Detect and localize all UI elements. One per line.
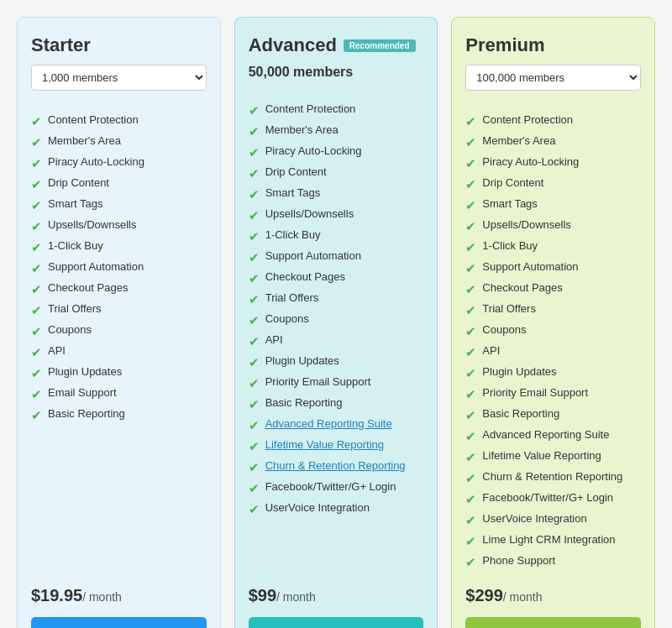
check-icon: ✔ [465,534,476,549]
feature-label: Content Protection [482,113,573,126]
list-item: ✔Basic Reporting [465,405,641,426]
check-icon: ✔ [31,240,42,255]
plan-title-row-starter: Starter [31,34,207,56]
price-text-premium: $299 [465,586,503,604]
plan-card-advanced: AdvancedRecommended50,000 members✔Conten… [234,17,438,628]
members-select-premium[interactable]: 100,000 members250,000 members500,000 me… [465,65,641,91]
features-list-premium: ✔Content Protection✔Member's Area✔Piracy… [465,111,641,573]
check-icon: ✔ [31,408,42,423]
check-icon: ✔ [249,145,260,160]
check-icon: ✔ [465,324,476,339]
list-item: ✔Drip Content [465,174,641,195]
feature-label: Upsells/Downsells [482,218,570,231]
feature-label: Facebook/Twitter/G+ Login [482,491,613,504]
list-item: ✔Trial Offers [465,300,641,321]
features-list-starter: ✔Content Protection✔Member's Area✔Piracy… [31,111,207,573]
plan-card-starter: Starter1,000 members5,000 members10,000 … [17,17,221,628]
check-icon: ✔ [465,198,476,213]
check-icon: ✔ [249,271,260,286]
price-period-advanced: / month [276,590,316,604]
check-icon: ✔ [465,135,476,150]
feature-label: Upsells/Downsells [48,218,136,231]
list-item: ✔Facebook/Twitter/G+ Login [249,478,424,499]
list-item: ✔API [249,331,424,352]
feature-label: Checkout Pages [482,281,562,294]
feature-label: UserVoice Integration [482,512,586,525]
list-item: ✔Churn & Retention Reporting [249,457,424,478]
feature-label: Basic Reporting [265,396,343,409]
check-icon: ✔ [465,366,476,381]
feature-label: Piracy Auto-Locking [265,144,362,157]
list-item: ✔Plugin Updates [465,363,641,384]
check-icon: ✔ [31,303,42,318]
feature-link[interactable]: Churn & Retention Reporting [265,459,406,472]
check-icon: ✔ [31,387,42,402]
cta-button-advanced[interactable]: Get Started for FREE [249,617,424,628]
feature-label: Trial Offers [265,291,319,304]
feature-label: Coupons [265,312,309,325]
list-item: ✔Lifetime Value Reporting [465,447,641,468]
cta-button-premium[interactable]: Get Started for FREE [465,617,641,628]
list-item: ✔Advanced Reporting Suite [465,426,641,447]
list-item: ✔Support Automation [249,247,424,268]
feature-label: Support Automation [48,260,144,273]
check-icon: ✔ [465,429,476,444]
check-icon: ✔ [465,177,476,192]
list-item: ✔1-Click Buy [249,226,424,247]
list-item: ✔UserVoice Integration [249,499,424,520]
list-item: ✔Drip Content [249,163,424,184]
list-item: ✔Churn & Retention Reporting [465,468,641,489]
price-period-premium: / month [503,590,543,604]
plan-title-premium: Premium [465,34,544,56]
check-icon: ✔ [249,418,260,433]
feature-label: Smart Tags [482,197,538,210]
price-text-starter: $19.95 [31,586,82,604]
list-item: ✔1-Click Buy [465,237,641,258]
plan-header-premium: Premium100,000 members250,000 members500… [465,34,641,101]
list-item: ✔Upsells/Downsells [249,205,424,226]
check-icon: ✔ [31,219,42,234]
feature-label: Plugin Updates [48,365,122,378]
feature-label: Plugin Updates [482,365,556,378]
feature-link[interactable]: Advanced Reporting Suite [265,417,392,430]
recommended-badge: Recommended [344,39,416,52]
check-icon: ✔ [465,345,476,360]
feature-link[interactable]: Lifetime Value Reporting [265,438,384,451]
list-item: ✔Support Automation [465,258,641,279]
feature-label: Advanced Reporting Suite [482,428,609,441]
list-item: ✔Basic Reporting [31,405,207,426]
feature-label: Coupons [482,323,526,336]
check-icon: ✔ [465,450,476,465]
features-list-advanced: ✔Content Protection✔Member's Area✔Piracy… [249,100,424,573]
check-icon: ✔ [249,439,260,454]
feature-label: Checkout Pages [48,281,128,294]
check-icon: ✔ [249,103,260,118]
check-icon: ✔ [31,324,42,339]
price-section-advanced: $99/ month [249,586,424,605]
list-item: ✔Basic Reporting [249,394,424,415]
list-item: ✔API [31,342,207,363]
list-item: ✔Piracy Auto-Locking [31,153,207,174]
list-item: ✔API [465,342,641,363]
plan-title-row-advanced: AdvancedRecommended [249,34,424,56]
list-item: ✔Priority Email Support [249,373,424,394]
plan-title-advanced: Advanced [249,34,337,56]
check-icon: ✔ [249,481,260,496]
feature-label: Support Automation [265,249,361,262]
cta-button-starter[interactable]: Get Started for FREE [31,617,207,628]
list-item: ✔Checkout Pages [465,279,641,300]
check-icon: ✔ [465,387,476,402]
members-select-starter[interactable]: 1,000 members5,000 members10,000 members [31,65,207,91]
list-item: ✔Trial Offers [249,289,424,310]
list-item: ✔Smart Tags [465,195,641,216]
check-icon: ✔ [249,124,260,139]
feature-label: Checkout Pages [265,270,345,283]
check-icon: ✔ [249,313,260,328]
check-icon: ✔ [31,156,42,171]
check-icon: ✔ [465,492,476,507]
feature-label: Member's Area [48,134,121,147]
check-icon: ✔ [249,460,260,475]
feature-label: Upsells/Downsells [265,207,354,220]
check-icon: ✔ [249,292,260,307]
list-item: ✔UserVoice Integration [465,510,641,531]
